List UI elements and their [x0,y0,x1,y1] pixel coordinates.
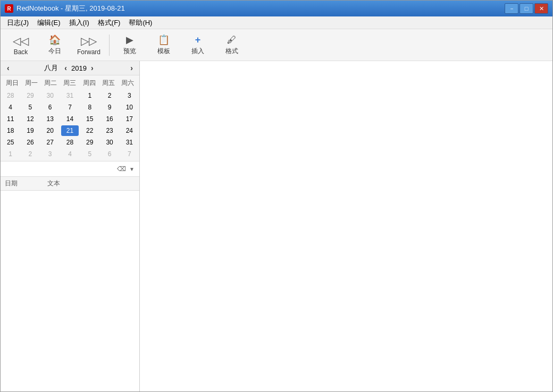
calendar-day[interactable]: 2 [100,90,118,101]
calendar-day[interactable]: 6 [100,149,118,159]
template-icon: 📋 [158,34,170,46]
main-content: ‹ 八月 ‹ 2019 › › 周日 周一 周 [1,61,552,391]
template-button[interactable]: 📋 模板 [148,32,180,58]
calendar-week-5: 25 26 27 28 29 30 31 [1,137,139,148]
date-column-header: 日期 [5,179,47,188]
calendar-day[interactable]: 1 [2,149,19,159]
today-label: 今日 [48,47,61,56]
calendar-day[interactable]: 9 [100,102,118,113]
calendar-day[interactable]: 16 [100,114,118,124]
back-icon: ◁◁ [13,35,29,47]
calendar-day[interactable]: 6 [41,102,59,113]
menu-format[interactable]: 格式(F) [94,17,125,29]
calendar-day[interactable]: 20 [41,125,59,136]
calendar-day[interactable]: 29 [81,137,98,148]
format-button[interactable]: 🖋 格式 [216,32,248,58]
prev-month-button[interactable]: ‹ [5,64,12,72]
calendar-day[interactable]: 28 [61,137,79,148]
calendar-week-4: 18 19 20 21 22 23 24 [1,125,139,137]
maximize-button[interactable]: □ [520,3,533,14]
forward-icon: ▷▷ [81,35,97,47]
main-window: R RedNotebook - 星期三, 2019-08-21 － □ ✕ 日志… [0,0,553,392]
entries-header: 日期 文本 [1,177,139,191]
calendar-day[interactable]: 23 [100,125,118,136]
editor-area [140,61,552,391]
search-dropdown-button[interactable]: ▼ [127,164,137,174]
search-clear-button[interactable]: ⌫ [116,164,127,174]
calendar-day[interactable]: 12 [21,114,39,124]
calendar-day-today[interactable]: 21 [61,125,79,136]
calendar-day[interactable]: 26 [21,137,39,148]
calendar-week-2: 4 5 6 7 8 9 10 [1,101,139,113]
forward-label: Forward [77,48,100,56]
calendar-day[interactable]: 10 [121,102,138,113]
calendar-day[interactable]: 30 [41,90,59,101]
toolbar: ◁◁ Back 🏠 今日 ▷▷ Forward ▶ 预览 📋 模板 + 插入 🖋… [1,29,552,61]
next-month-button[interactable]: › [128,64,135,72]
search-input[interactable] [3,165,116,173]
calendar-year: 2019 [71,64,87,72]
calendar-day[interactable]: 30 [100,137,118,148]
calendar-day[interactable]: 31 [61,90,79,101]
template-label: 模板 [157,47,170,56]
prev-year-button[interactable]: ‹ [62,64,69,72]
menu-help[interactable]: 帮助(H) [124,17,156,29]
window-controls: － □ ✕ [505,3,548,14]
calendar-month-year: 八月 ‹ 2019 › [44,63,95,73]
calendar-day[interactable]: 14 [61,114,79,124]
calendar-day[interactable]: 28 [2,90,19,101]
sidebar: ‹ 八月 ‹ 2019 › › 周日 周一 周 [1,61,140,391]
minimize-button[interactable]: － [505,3,518,14]
back-label: Back [14,48,28,56]
calendar-day[interactable]: 3 [41,149,59,159]
menu-edit[interactable]: 编辑(E) [33,17,64,29]
calendar-grid: 周日 周一 周二 周三 周四 周五 周六 28 29 30 31 1 [1,75,139,161]
calendar-day[interactable]: 19 [21,125,39,136]
menu-bar: 日志(J) 编辑(E) 插入(I) 格式(F) 帮助(H) [1,16,552,29]
calendar-week-1: 28 29 30 31 1 2 3 [1,90,139,101]
calendar-day[interactable]: 4 [2,102,19,113]
preview-button[interactable]: ▶ 预览 [114,32,146,58]
calendar-day[interactable]: 13 [41,114,59,124]
calendar-day[interactable]: 22 [81,125,98,136]
window-title: RedNotebook - 星期三, 2019-08-21 [16,4,505,13]
menu-insert[interactable]: 插入(I) [65,17,94,29]
editor-textarea[interactable] [144,65,548,387]
calendar-day[interactable]: 25 [2,137,19,148]
preview-label: 预览 [123,47,136,56]
calendar-day[interactable]: 7 [121,149,138,159]
calendar-day[interactable]: 31 [121,137,138,148]
close-button[interactable]: ✕ [534,3,548,14]
next-year-button[interactable]: › [89,64,96,72]
calendar-day[interactable]: 18 [2,125,19,136]
calendar-month: 八月 [44,63,58,73]
calendar-day[interactable]: 29 [21,90,39,101]
app-icon: R [5,4,13,13]
calendar-day[interactable]: 1 [81,90,98,101]
forward-button[interactable]: ▷▷ Forward [73,32,105,58]
calendar-day[interactable]: 3 [121,90,138,101]
calendar-week-3: 11 12 13 14 15 16 17 [1,113,139,125]
calendar-day[interactable]: 2 [21,149,39,159]
title-bar: R RedNotebook - 星期三, 2019-08-21 － □ ✕ [1,1,552,16]
back-button[interactable]: ◁◁ Back [5,32,37,58]
insert-label: 插入 [191,47,204,56]
today-button[interactable]: 🏠 今日 [39,32,71,58]
insert-icon: + [195,35,201,46]
calendar-day[interactable]: 8 [81,102,98,113]
calendar-day[interactable]: 15 [81,114,98,124]
calendar-day[interactable]: 7 [61,102,79,113]
calendar-day[interactable]: 24 [121,125,138,136]
calendar-day[interactable]: 27 [41,137,59,148]
insert-button[interactable]: + 插入 [182,32,214,58]
calendar-day[interactable]: 11 [2,114,19,124]
calendar: ‹ 八月 ‹ 2019 › › 周日 周一 周 [1,61,139,161]
calendar-day[interactable]: 5 [21,102,39,113]
calendar-day[interactable]: 4 [61,149,79,159]
separator-1 [109,35,110,56]
calendar-year-nav: ‹ 2019 › [62,64,95,72]
menu-journal[interactable]: 日志(J) [3,17,33,29]
calendar-day[interactable]: 17 [121,114,138,124]
calendar-day[interactable]: 5 [81,149,98,159]
calendar-week-6: 1 2 3 4 5 6 7 [1,148,139,160]
